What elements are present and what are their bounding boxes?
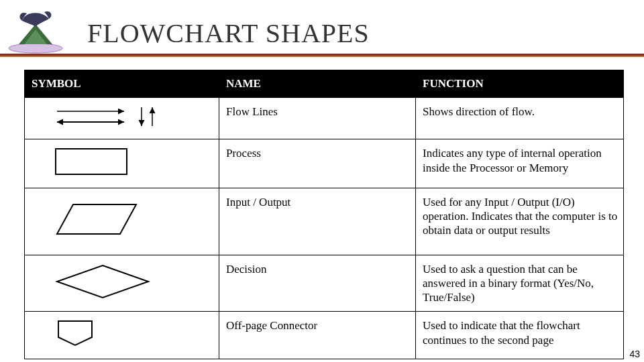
name-cell: Input / Output (219, 188, 416, 255)
function-cell: Used for any Input / Output (I/O) operat… (416, 188, 624, 255)
function-cell: Shows direction of flow. (416, 98, 624, 139)
table-row: Flow Lines Shows direction of flow. (25, 98, 624, 139)
process-icon (54, 146, 135, 177)
decision-diamond-icon (54, 263, 155, 300)
function-cell: Used to ask a question that can be answe… (416, 255, 624, 312)
name-cell: Off-page Connector (219, 312, 416, 359)
symbol-cell-decision (25, 255, 219, 312)
io-parallelogram-icon (54, 200, 142, 238)
function-cell: Indicates any type of internal operation… (416, 139, 624, 188)
symbol-cell-process (25, 139, 219, 188)
name-cell: Flow Lines (219, 98, 416, 139)
page-title: FLOWCHART SHAPES (87, 17, 370, 49)
function-cell: Used to indicate that the flowchart cont… (416, 312, 624, 359)
page-number: 43 (629, 349, 640, 359)
svg-marker-10 (58, 321, 92, 345)
table-row: Process Indicates any type of internal o… (25, 139, 624, 188)
name-cell: Decision (219, 255, 416, 312)
header-name: NAME (219, 70, 416, 98)
symbol-cell-flowlines (25, 98, 219, 139)
title-underline (0, 54, 644, 58)
symbol-cell-io (25, 188, 219, 255)
svg-marker-8 (57, 204, 136, 234)
table-row: Input / Output Used for any Input / Outp… (25, 188, 624, 255)
svg-rect-7 (56, 149, 127, 174)
offpage-connector-icon (54, 318, 101, 348)
table-header-row: SYMBOL NAME FUNCTION (25, 70, 624, 98)
university-logo (5, 4, 66, 60)
table-row: Decision Used to ask a question that can… (25, 255, 624, 312)
flow-lines-icon (54, 105, 162, 129)
header-symbol: SYMBOL (25, 70, 219, 98)
svg-point-0 (9, 44, 62, 53)
symbol-cell-offpage (25, 312, 219, 359)
table-row: Off-page Connector Used to indicate that… (25, 312, 624, 359)
header-function: FUNCTION (416, 70, 624, 98)
svg-marker-9 (57, 265, 148, 298)
name-cell: Process (219, 139, 416, 188)
flowchart-shapes-table: SYMBOL NAME FUNCTION (24, 70, 624, 359)
